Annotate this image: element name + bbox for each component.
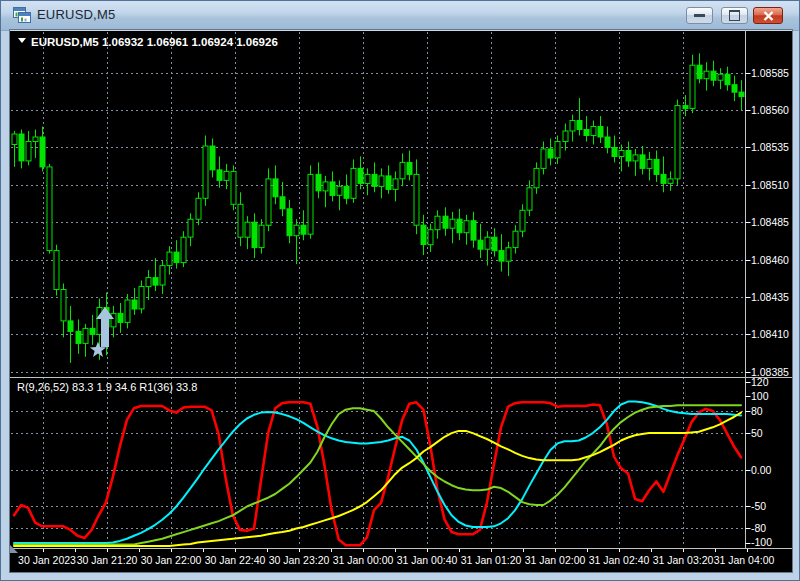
candle-body [316, 174, 321, 190]
candle-body [19, 134, 24, 161]
candle-body [548, 149, 553, 158]
indicator-window-label: R(9,26,52) 83.3 1.9 34.6 R1(36) 33.8 [17, 381, 197, 393]
time-axis-label: 31 Jan 02:40 [589, 554, 650, 566]
candle-body [125, 300, 130, 322]
candle-body [633, 155, 638, 161]
restore-icon [729, 10, 740, 21]
candle-body [541, 149, 546, 168]
candle-body [640, 155, 645, 169]
indicator-axis-label: 0.00 [751, 464, 772, 476]
candle-body [365, 174, 370, 183]
indicator-axis-label: 120 [751, 376, 769, 388]
candle-body [527, 188, 532, 210]
candle-body [471, 221, 476, 240]
candle-body [259, 225, 264, 247]
candle-body [619, 151, 624, 157]
candle-body [457, 219, 462, 233]
candle-body [675, 106, 680, 179]
candle-body [654, 159, 659, 174]
candle-body [351, 168, 356, 198]
candle-body [83, 328, 88, 343]
candle-body [450, 219, 455, 228]
indicator-axis-label: 80 [751, 405, 763, 417]
chart-canvas[interactable]: 1.085851.085601.085351.085101.084851.084… [10, 30, 792, 572]
candle-body [68, 321, 73, 332]
price-axis-label: 1.08510 [751, 179, 789, 191]
price-axis-label: 1.08560 [751, 104, 789, 116]
close-button[interactable] [753, 7, 783, 24]
candle-body [520, 210, 525, 231]
candle-body [605, 137, 610, 148]
candle-body [337, 186, 342, 195]
candle-body [146, 278, 151, 287]
candle-body [400, 162, 405, 178]
time-axis-label: 30 Jan 2023 [18, 554, 76, 566]
chart-window-icon [13, 7, 31, 23]
candle-body [266, 179, 271, 225]
candle-body [344, 186, 349, 198]
candle-body [301, 225, 306, 234]
time-axis-label: 30 Jan 22:40 [205, 554, 266, 566]
panel-top-edge [10, 30, 792, 31]
candle-body [308, 174, 313, 234]
indicator-axis-label: -100 [751, 536, 772, 548]
candle-body [421, 225, 426, 244]
candle-body [174, 252, 179, 263]
candle-body [26, 142, 31, 161]
candle-body [245, 222, 250, 237]
price-axis-label: 1.08535 [751, 141, 789, 153]
candle-body [683, 106, 688, 109]
candle-body [704, 71, 709, 79]
candle-body [478, 240, 483, 249]
indicator-axis-label: 100 [751, 390, 769, 402]
candle-body [499, 251, 504, 262]
time-axis-label: 31 Jan 02:00 [525, 554, 586, 566]
price-axis-label: 1.08460 [751, 254, 789, 266]
indicator-axis-label: -80 [751, 522, 766, 534]
candle-body [118, 313, 123, 322]
time-axis-label: 31 Jan 00:00 [333, 554, 394, 566]
candle-body [224, 171, 229, 180]
candle-body [626, 151, 631, 162]
close-icon [763, 11, 774, 21]
candle-body [132, 300, 137, 309]
time-axis-label: 31 Jan 00:40 [397, 554, 458, 566]
candle-body [435, 216, 440, 230]
candle-body [506, 248, 511, 262]
time-axis-label: 30 Jan 21:20 [77, 554, 138, 566]
candle-body [196, 198, 201, 219]
candle-body [40, 137, 45, 167]
candle-body [690, 65, 695, 108]
time-axis-label: 30 Jan 23:20 [269, 554, 330, 566]
chart-window: EURUSD,M5 1.085851.085601.085351.085101.… [0, 0, 800, 581]
time-axis-label: 30 Jan 22:00 [141, 554, 202, 566]
window-controls [686, 7, 783, 25]
restore-button[interactable] [721, 7, 748, 24]
candle-body [139, 287, 144, 309]
candle-body [612, 148, 617, 157]
candle-body [464, 221, 469, 233]
candle-body [12, 134, 17, 145]
candle-body [273, 179, 278, 197]
candle-body [386, 176, 391, 190]
candle-body [203, 146, 208, 198]
window-title: EURUSD,M5 [37, 7, 115, 22]
candle-body [61, 290, 66, 321]
time-axis-label: 31 Jan 03:20 [653, 554, 714, 566]
candle-body [393, 179, 398, 190]
candle-body [661, 174, 666, 183]
candle-body [188, 219, 193, 237]
candle-body [160, 266, 165, 285]
minimize-button[interactable] [686, 7, 713, 24]
candle-body [217, 170, 222, 181]
minimize-icon [694, 14, 705, 17]
candle-body [555, 142, 560, 158]
candle-body [739, 92, 744, 97]
candle-body [443, 216, 448, 228]
candle-body [323, 182, 328, 191]
candle-body [697, 65, 702, 79]
candle-body [330, 182, 335, 196]
candle-body [54, 251, 59, 290]
window-titlebar[interactable]: EURUSD,M5 [1, 1, 799, 31]
candle-body [513, 231, 518, 247]
